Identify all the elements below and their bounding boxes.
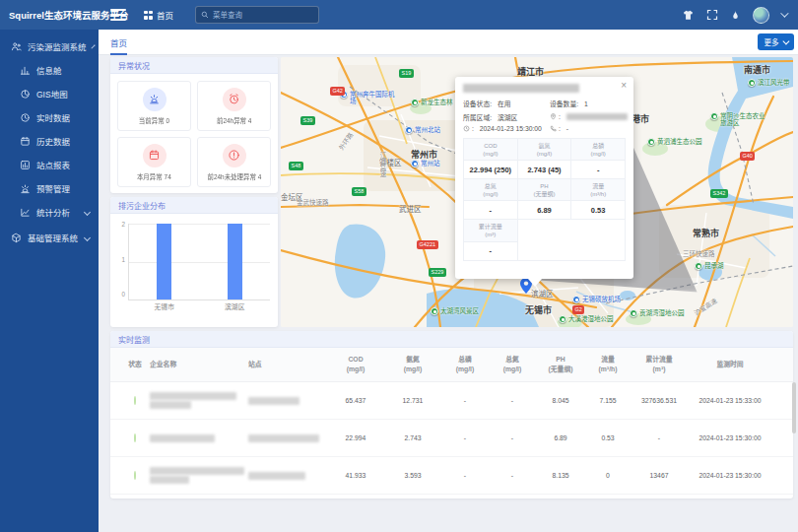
breadcrumb-home[interactable]: 首页: [144, 9, 173, 21]
table-row[interactable]: 65.437 12.731 - - 8.045 7.155 327636.531…: [110, 382, 793, 420]
phone-value: -: [566, 125, 568, 132]
sidebar-item-history-data[interactable]: 历史数据: [0, 129, 99, 153]
siren-icon: [20, 183, 31, 194]
phone-icon: [550, 125, 557, 132]
redacted-station-name: [248, 470, 327, 481]
realtime-monitor-panel: 实时监测 状态 企业名称 站点 COD(mg/l) 氨氮(mg/l) 总磷(mg…: [110, 331, 793, 499]
sidebar-group-basic-management[interactable]: 基础管理系统: [0, 226, 99, 249]
map-label-city: 无锡市: [525, 303, 552, 316]
sidebar-group-pollution-monitoring[interactable]: 污染源监测系统: [0, 34, 99, 58]
status-online-indicator: [134, 396, 136, 405]
chart-y-axis: 210: [116, 221, 128, 298]
flame-icon[interactable]: [729, 9, 742, 22]
record-time: 2024-01-23 15:30:00: [480, 125, 542, 132]
scrollbar[interactable]: [792, 382, 796, 433]
bar-chart-bars: 无锡市滨湖区: [128, 224, 270, 300]
theme-skin-icon[interactable]: [682, 9, 695, 22]
map-poi-park[interactable]: 太湖湾风景区: [431, 307, 479, 315]
panel-title: 实时监测: [110, 331, 793, 348]
close-icon[interactable]: ×: [621, 81, 627, 91]
sidebar-item-station-report[interactable]: 站点报表: [0, 153, 99, 176]
redacted-enterprise-name: [463, 84, 579, 93]
table-row[interactable]: 22.994 2.743 - - 6.89 0.53 - 2024-01-23 …: [110, 420, 793, 457]
road-badge: S229: [429, 268, 446, 277]
main-area: 首页 更多 异常状况 当前异常 0 前24h异常 4 本月异常 74: [99, 30, 798, 532]
map-poi-park[interactable]: 常阴沙生态农业旅游区: [710, 112, 765, 127]
device-status-value: 在用: [498, 99, 511, 108]
cube-icon: [11, 233, 22, 243]
chevron-down-icon: [782, 38, 788, 44]
more-button-label: 更多: [765, 36, 779, 47]
sidebar-item-alert-management[interactable]: 预警管理: [0, 176, 99, 200]
device-status-label: 设备状态:: [463, 99, 492, 108]
map-poi-airport[interactable]: 常州奔牛国际机场: [340, 91, 395, 105]
redacted-station-name: [248, 395, 327, 406]
sidebar-item-realtime-data[interactable]: 实时数据: [0, 105, 99, 129]
alarm-clock-icon: [223, 88, 246, 111]
map-label-district: 武进区: [399, 203, 422, 214]
sidebar-item-label: 站点报表: [36, 159, 70, 170]
siren-icon: [143, 88, 166, 111]
sidebar-item-statistics[interactable]: 统计分析: [0, 200, 99, 224]
search-input[interactable]: [213, 11, 301, 20]
search-icon: [201, 11, 209, 19]
sidebar-item-label: 历史数据: [36, 135, 70, 147]
sidebar-item-gis-map[interactable]: GIS地图: [0, 82, 99, 105]
pie-globe-icon: [20, 89, 31, 100]
more-button[interactable]: 更多: [758, 33, 795, 50]
fullscreen-icon[interactable]: [705, 9, 718, 22]
airport-icon: [572, 296, 580, 303]
calendar-icon: [20, 136, 31, 147]
card-label: 本月异常 74: [137, 171, 171, 181]
road-badge: S48: [289, 162, 303, 170]
calendar-icon: [143, 144, 166, 167]
table-row[interactable]: 41.933 3.593 - - 8.135 0 13467 2024-01-2…: [110, 457, 793, 495]
map-poi-park[interactable]: 滨江风光带: [748, 79, 790, 87]
card-24h-unhandled-abnormal[interactable]: 前24h未处理异常 4: [197, 137, 271, 187]
dashboard-icon: [20, 65, 31, 76]
redacted-address: [566, 113, 628, 120]
card-current-abnormal[interactable]: 当前异常 0: [117, 81, 191, 131]
map-poi-park[interactable]: 黄泗浦生态公园: [647, 138, 702, 146]
park-icon: [559, 315, 566, 323]
redacted-company-name: [150, 390, 248, 411]
train-station-icon: [411, 160, 419, 167]
map-poi-park[interactable]: 新龙生态林: [411, 99, 453, 106]
sidebar: 污染源监测系统 信息舱 GIS地图 实时数据 历史数据 站点报表 预警管理 统计…: [0, 30, 99, 532]
location-pin-icon: [550, 113, 557, 120]
train-station-icon: [405, 126, 413, 134]
map-poi-park[interactable]: 贡湖湾湿地公园: [630, 309, 685, 317]
park-icon: [695, 262, 702, 270]
tab-home[interactable]: 首页: [110, 30, 127, 55]
device-count-label: 设备数量:: [550, 99, 578, 108]
map-poi-station[interactable]: 常州北站: [405, 126, 440, 134]
sidebar-item-info-cabin[interactable]: 信息舱: [0, 58, 99, 82]
card-month-abnormal[interactable]: 本月异常 74: [117, 137, 191, 187]
map-label-city: 常熟市: [693, 227, 719, 239]
map-poi-park[interactable]: 昆承湖: [695, 262, 724, 270]
map-label-road: 江宜高速: [377, 152, 387, 177]
sidebar-item-label: 实时数据: [36, 111, 70, 123]
user-avatar[interactable]: [753, 7, 769, 24]
users-icon: [11, 41, 22, 52]
sidebar-item-label: GIS地图: [36, 88, 68, 100]
user-menu-chevron-icon[interactable]: [780, 9, 788, 17]
bar-无锡市[interactable]: [157, 224, 171, 299]
tab-strip: 首页 更多: [99, 30, 798, 55]
park-icon: [431, 307, 438, 315]
card-label: 前24h未处理异常 4: [207, 171, 261, 181]
bar-chart: 210 无锡市滨湖区: [110, 214, 278, 302]
card-24h-abnormal[interactable]: 前24h异常 4: [197, 81, 271, 131]
menu-search[interactable]: [195, 6, 319, 24]
road-badge: S58: [352, 187, 366, 196]
chevron-down-icon: [84, 208, 91, 215]
map-poi-station[interactable]: 常州站: [411, 160, 440, 167]
road-badge: G42: [330, 87, 345, 96]
map-poi-airport[interactable]: 无锡硕放机场: [572, 296, 621, 303]
bar-滨湖区[interactable]: [228, 224, 242, 299]
map-poi-park[interactable]: 大溪港湿地公园: [559, 315, 614, 323]
menu-toggle-icon[interactable]: [110, 9, 126, 21]
gis-map[interactable]: 南通市 靖江市 常州市 钟楼区 武进区 金坛区 无锡市 滨湖区 常熟市 张家港市…: [281, 57, 793, 327]
panel-title: 异常状况: [110, 57, 278, 74]
status-online-indicator: [134, 433, 136, 442]
